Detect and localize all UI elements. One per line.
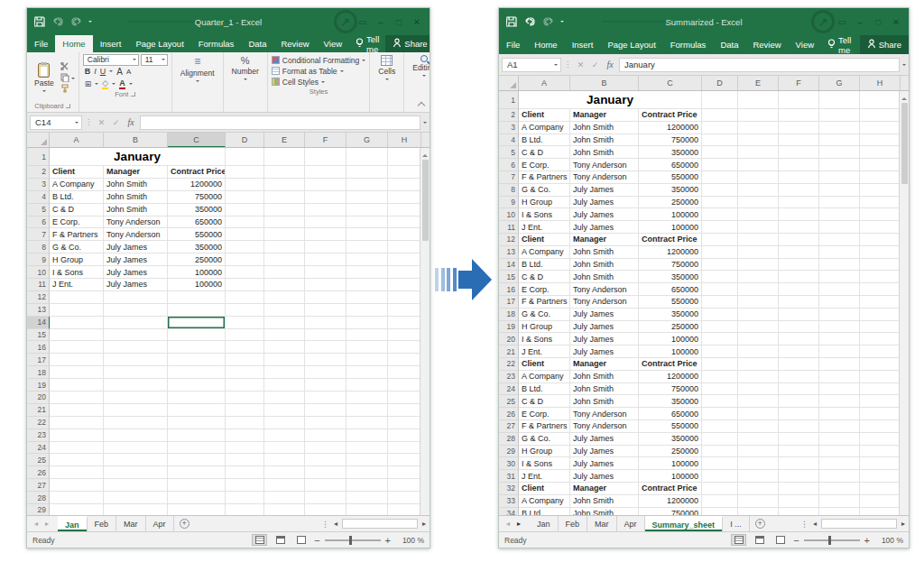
row-header-32[interactable]: 32: [499, 483, 519, 495]
cell-C32[interactable]: Contract Price: [639, 483, 702, 495]
cell-E12[interactable]: [264, 291, 305, 304]
cell-F4[interactable]: [305, 191, 346, 204]
cell-B17[interactable]: Tony Anderson: [570, 296, 639, 309]
cell-D29[interactable]: [702, 446, 738, 458]
row-header-20[interactable]: 20: [499, 333, 519, 345]
cell-A20[interactable]: [50, 392, 104, 404]
menu-tab-view[interactable]: View: [317, 35, 349, 52]
cell-D28[interactable]: [702, 433, 738, 446]
cell-A15[interactable]: C & D: [519, 271, 570, 283]
cell-H27[interactable]: [388, 479, 420, 492]
cell-H32[interactable]: [860, 483, 899, 495]
cell-G14[interactable]: [819, 259, 860, 272]
cell-F16[interactable]: [305, 341, 346, 354]
cell-C5[interactable]: 350000: [168, 204, 226, 217]
cell-C31[interactable]: 100000: [639, 470, 702, 483]
view-page-break-button[interactable]: [293, 534, 309, 546]
paste-button[interactable]: Paste: [31, 55, 58, 101]
cell-G17[interactable]: [819, 296, 860, 309]
zoom-slider[interactable]: [804, 539, 860, 541]
cell-H22[interactable]: [388, 417, 420, 429]
cell-E13[interactable]: [738, 246, 779, 259]
cell-C23[interactable]: [168, 429, 226, 442]
italic-button[interactable]: I: [94, 67, 97, 76]
ribbon-display-options-icon[interactable]: ▭: [356, 15, 370, 28]
cell-G1[interactable]: [819, 91, 860, 109]
cell-B22[interactable]: [104, 417, 168, 429]
cell-D16[interactable]: [226, 341, 264, 354]
cell-H2[interactable]: [388, 166, 420, 179]
zoom-out-button[interactable]: −: [793, 535, 799, 546]
cell-G10[interactable]: [819, 208, 860, 221]
cell-A7[interactable]: F & Partners: [519, 171, 570, 184]
cell-H22[interactable]: [860, 358, 899, 371]
cell-B18[interactable]: [104, 366, 168, 379]
cell-G27[interactable]: [819, 420, 860, 433]
menu-tab-home[interactable]: Home: [55, 35, 92, 52]
save-icon[interactable]: [506, 16, 518, 28]
cell-C9[interactable]: 250000: [168, 253, 226, 266]
cell-D13[interactable]: [702, 246, 738, 259]
cell-G30[interactable]: [819, 457, 860, 470]
hscroll-right-icon[interactable]: ▸: [901, 520, 905, 528]
cell-G29[interactable]: [346, 504, 388, 515]
cell-D29[interactable]: [226, 504, 264, 515]
cell-B16[interactable]: Tony Anderson: [570, 283, 639, 296]
cell-B29[interactable]: [104, 504, 168, 515]
cell-A18[interactable]: G & Co.: [519, 309, 570, 321]
cell-E29[interactable]: [738, 446, 779, 458]
name-box[interactable]: A1: [502, 58, 561, 72]
cell-A32[interactable]: Client: [519, 483, 570, 495]
cell-H12[interactable]: [388, 291, 420, 304]
cell-C24[interactable]: 750000: [639, 383, 702, 396]
cell-G6[interactable]: [819, 159, 860, 171]
row-header-30[interactable]: 30: [499, 457, 519, 470]
cell-D11[interactable]: [702, 221, 738, 234]
cell-F29[interactable]: [779, 446, 819, 458]
cell-G18[interactable]: [346, 366, 388, 379]
cell-H14[interactable]: [860, 259, 899, 272]
cell-G22[interactable]: [346, 417, 388, 429]
cell-F21[interactable]: [305, 404, 346, 417]
row-header-21[interactable]: 21: [27, 404, 50, 417]
cell-H6[interactable]: [388, 217, 420, 229]
cell-C7[interactable]: 550000: [168, 228, 226, 241]
tab-bar-splitter-icon[interactable]: ⋮: [800, 520, 808, 529]
cell-C28[interactable]: 350000: [639, 433, 702, 446]
minimize-button[interactable]: –: [374, 15, 388, 28]
grow-font-button[interactable]: A: [116, 67, 123, 77]
cell-C12[interactable]: Contract Price: [639, 234, 702, 246]
cell-D34[interactable]: [702, 508, 738, 516]
new-sheet-button[interactable]: +: [750, 516, 771, 531]
cell-B34[interactable]: John Smith: [570, 508, 639, 516]
cell-G23[interactable]: [819, 371, 860, 383]
vertical-scroll-thumb[interactable]: [901, 103, 908, 184]
row-header-27[interactable]: 27: [27, 479, 50, 492]
cell-F25[interactable]: [305, 454, 346, 466]
cell-A27[interactable]: F & Partners: [519, 420, 570, 433]
cell-D17[interactable]: [702, 296, 738, 309]
row-header-1[interactable]: 1: [499, 91, 519, 109]
cell-A6[interactable]: E Corp.: [50, 217, 104, 229]
cell-D12[interactable]: [702, 234, 738, 246]
cell-H29[interactable]: [388, 504, 420, 515]
sheet-tab-jan[interactable]: Jan: [530, 516, 559, 531]
cell-B7[interactable]: Tony Anderson: [570, 171, 639, 184]
cell-D20[interactable]: [702, 333, 738, 345]
cell-F14[interactable]: [305, 317, 346, 329]
cell-B5[interactable]: John Smith: [570, 146, 639, 159]
cell-F12[interactable]: [305, 291, 346, 304]
cell-D33[interactable]: [702, 495, 738, 508]
cell-E27[interactable]: [264, 479, 305, 492]
cell-H34[interactable]: [860, 508, 899, 516]
cell-B26[interactable]: [104, 466, 168, 479]
cell-F12[interactable]: [779, 234, 819, 246]
cell-G3[interactable]: [819, 122, 860, 134]
cell-C9[interactable]: 250000: [639, 197, 702, 209]
cell-G33[interactable]: [819, 495, 860, 508]
cell-C10[interactable]: 100000: [639, 208, 702, 221]
cell-B28[interactable]: July James: [570, 433, 639, 446]
cell-G24[interactable]: [346, 442, 388, 455]
cell-E17[interactable]: [738, 296, 779, 309]
row-header-10[interactable]: 10: [499, 208, 519, 221]
